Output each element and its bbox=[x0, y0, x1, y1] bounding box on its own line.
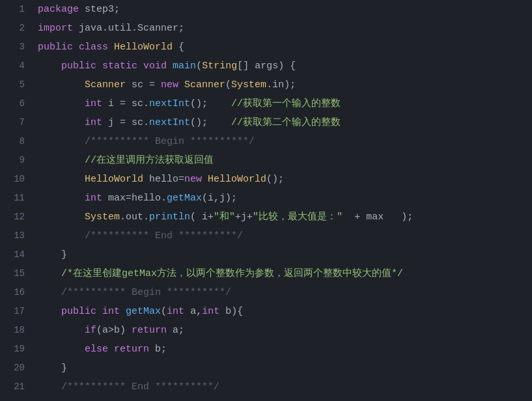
line-number: 10 bbox=[0, 170, 25, 189]
code-line: } bbox=[38, 245, 532, 264]
code-line: public int getMax(int a,int b){ bbox=[38, 302, 532, 321]
code-line: /*在这里创建getMax方法，以两个整数作为参数，返回两个整数中较大的值*/ bbox=[38, 264, 532, 283]
line-number: 15 bbox=[0, 264, 25, 283]
code-content: package step3;import java.util.Scanner;p… bbox=[33, 0, 532, 401]
line-number: 8 bbox=[0, 132, 25, 151]
line-number: 6 bbox=[0, 94, 25, 113]
line-number: 13 bbox=[0, 227, 25, 245]
code-line: //在这里调用方法获取返回值 bbox=[38, 151, 532, 170]
code-line: int max=hello.getMax(i,j); bbox=[38, 189, 532, 208]
line-number: 14 bbox=[0, 245, 25, 264]
line-number: 3 bbox=[0, 38, 25, 57]
code-line: package step3; bbox=[38, 0, 532, 19]
code-line: public static void main(String[] args) { bbox=[38, 57, 532, 76]
line-number: 2 bbox=[0, 19, 25, 38]
line-number: 9 bbox=[0, 151, 25, 170]
line-number: 21 bbox=[0, 378, 25, 396]
code-line: Scanner sc = new Scanner(System.in); bbox=[38, 76, 532, 94]
code-line: System.out.println( i+"和"+j+"比较，最大值是：" +… bbox=[38, 208, 532, 227]
line-number: 1 bbox=[0, 0, 25, 19]
code-line: int i = sc.nextInt(); //获取第一个输入的整数 bbox=[38, 94, 532, 113]
code-line: } bbox=[38, 396, 532, 401]
code-line: if(a>b) return a; bbox=[38, 321, 532, 340]
line-number: 16 bbox=[0, 283, 25, 302]
line-number: 5 bbox=[0, 76, 25, 94]
line-numbers: 12345678910111213141516171819202122 bbox=[0, 0, 33, 401]
code-line: HelloWorld hello=new HelloWorld(); bbox=[38, 170, 532, 189]
line-number: 4 bbox=[0, 57, 25, 76]
line-number: 12 bbox=[0, 208, 25, 227]
line-number: 19 bbox=[0, 340, 25, 359]
line-number: 7 bbox=[0, 113, 25, 132]
code-line: import java.util.Scanner; bbox=[38, 19, 532, 38]
code-line: /********** Begin **********/ bbox=[38, 283, 532, 302]
line-number: 22 bbox=[0, 396, 25, 401]
code-line: int j = sc.nextInt(); //获取第二个输入的整数 bbox=[38, 113, 532, 132]
line-number: 11 bbox=[0, 189, 25, 208]
code-line: } bbox=[38, 359, 532, 378]
code-line: else return b; bbox=[38, 340, 532, 359]
line-number: 17 bbox=[0, 302, 25, 321]
code-line: /********** Begin **********/ bbox=[38, 132, 532, 151]
code-editor: 12345678910111213141516171819202122 pack… bbox=[0, 0, 532, 401]
line-number: 18 bbox=[0, 321, 25, 340]
code-line: /********** End **********/ bbox=[38, 227, 532, 245]
code-line: /********** End **********/ bbox=[38, 378, 532, 396]
code-line: public class HelloWorld { bbox=[38, 38, 532, 57]
line-number: 20 bbox=[0, 359, 25, 378]
